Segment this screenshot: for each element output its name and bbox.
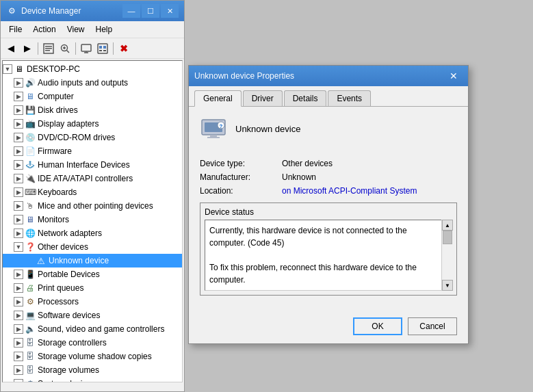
tree-item-monitors[interactable]: ▶ 🖥 Monitors <box>3 213 182 226</box>
location-val: on Microsoft ACPI-Compliant System <box>282 186 417 196</box>
network-toggle[interactable]: ▶ <box>14 228 23 238</box>
status-scrollbar[interactable]: ▲ ▼ <box>441 220 452 291</box>
keyboard-toggle[interactable]: ▶ <box>14 187 23 197</box>
scan-button[interactable] <box>57 41 73 56</box>
firmware-toggle[interactable]: ▶ <box>14 146 23 156</box>
menu-help[interactable]: Help <box>90 23 118 36</box>
tree-item-disk[interactable]: ▶ 💾 Disk drives <box>3 103 182 117</box>
computer-toggle[interactable]: ▶ <box>14 92 23 101</box>
print-icon: 🖨 <box>25 283 36 293</box>
dialog-close-button[interactable]: ✕ <box>445 69 463 83</box>
tree-item-mice[interactable]: ▶ 🖱 Mice and other pointing devices <box>3 199 182 213</box>
maximize-button[interactable]: ☐ <box>142 4 159 18</box>
tree-item-ide[interactable]: ▶ 🔌 IDE ATA/ATAPI controllers <box>3 172 182 185</box>
disk-label: Disk drives <box>38 105 78 115</box>
tree-item-audio[interactable]: ▶ 🔊 Audio inputs and outputs <box>3 76 182 90</box>
cancel-button[interactable]: Cancel <box>408 317 457 335</box>
processors-icon: ⚙ <box>25 296 36 307</box>
firmware-label: Firmware <box>38 146 72 156</box>
tree-item-hid[interactable]: ▶ 🕹 Human Interface Devices <box>3 158 182 172</box>
devices-button[interactable] <box>79 41 94 56</box>
delete-button[interactable]: ✖ <box>116 41 131 56</box>
back-button[interactable]: ◀ <box>3 41 18 56</box>
tree-item-unknown[interactable]: ⚠ Unknown device <box>3 254 182 267</box>
tab-driver[interactable]: Driver <box>243 90 283 106</box>
manufacturer-val: Unknown <box>282 172 316 182</box>
device-status-label: Device status <box>205 207 452 217</box>
resources-button[interactable] <box>95 41 110 56</box>
unknown-warning-icon: ⚠ <box>36 255 47 266</box>
unknown-toggle-spacer <box>25 256 34 265</box>
tab-details[interactable]: Details <box>284 90 327 106</box>
software-toggle[interactable]: ▶ <box>14 311 23 320</box>
storage-shadow-toggle[interactable]: ▶ <box>14 352 23 361</box>
svg-rect-3 <box>45 50 50 51</box>
display-label: Display adapters <box>38 119 99 129</box>
scroll-up-arrow[interactable]: ▲ <box>442 220 453 231</box>
menu-file[interactable]: File <box>3 23 27 36</box>
tree-item-system[interactable]: ▶ ⚙ System devices <box>3 377 182 382</box>
display-toggle[interactable]: ▶ <box>14 119 23 129</box>
print-toggle[interactable]: ▶ <box>14 283 23 293</box>
software-icon: 💻 <box>25 310 36 321</box>
menu-action[interactable]: Action <box>27 23 61 36</box>
sound-toggle[interactable]: ▶ <box>14 324 23 334</box>
tree-item-computer[interactable]: ▶ 🖥 Computer <box>3 90 182 103</box>
storage-ctrl-label: Storage controllers <box>38 338 107 348</box>
disk-toggle[interactable]: ▶ <box>14 105 23 115</box>
tree-item-processors[interactable]: ▶ ⚙ Processors <box>3 295 182 309</box>
tab-events[interactable]: Events <box>328 90 371 106</box>
portable-toggle[interactable]: ▶ <box>14 270 23 279</box>
device-tree[interactable]: ▼ 🖥 DESKTOP-PC ▶ 🔊 Audio inputs and outp… <box>2 60 183 382</box>
storage-ctrl-toggle[interactable]: ▶ <box>14 338 23 348</box>
tree-item-storage-ctrl[interactable]: ▶ 🗄 Storage controllers <box>3 336 182 350</box>
tree-item-keyboard[interactable]: ▶ ⌨ Keyboards <box>3 185 182 199</box>
processors-toggle[interactable]: ▶ <box>14 297 23 306</box>
tree-item-dvd[interactable]: ▶ 💿 DVD/CD-ROM drives <box>3 131 182 144</box>
tree-root-item[interactable]: ▼ 🖥 DESKTOP-PC <box>3 62 182 76</box>
ok-button[interactable]: OK <box>353 317 402 335</box>
tree-item-storage-shadow[interactable]: ▶ 🗄 Storage volume shadow copies <box>3 350 182 363</box>
tree-item-firmware[interactable]: ▶ 📄 Firmware <box>3 144 182 158</box>
hid-toggle[interactable]: ▶ <box>14 160 23 170</box>
ide-toggle[interactable]: ▶ <box>14 174 23 183</box>
menu-bar: File Action View Help <box>1 21 184 38</box>
tree-item-print[interactable]: ▶ 🖨 Print queues <box>3 281 182 295</box>
hid-label: Human Interface Devices <box>38 160 130 170</box>
dvd-label: DVD/CD-ROM drives <box>38 133 115 142</box>
close-button[interactable]: ✕ <box>161 4 179 18</box>
tree-item-storage-vol[interactable]: ▶ 🗄 Storage volumes <box>3 363 182 377</box>
scroll-thumb[interactable] <box>443 231 452 244</box>
tab-general[interactable]: General <box>194 90 242 107</box>
svg-rect-1 <box>45 46 52 47</box>
forward-button[interactable]: ▶ <box>20 41 35 56</box>
svg-text:?: ? <box>220 123 223 129</box>
prop-manufacturer: Manufacturer: Unknown <box>200 172 457 182</box>
properties-button[interactable] <box>41 41 56 56</box>
disk-icon: 💾 <box>25 105 36 116</box>
tree-item-other[interactable]: ▼ ❓ Other devices <box>3 240 182 254</box>
tree-item-software[interactable]: ▶ 💻 Software devices <box>3 309 182 322</box>
svg-line-5 <box>67 50 70 53</box>
tree-item-network[interactable]: ▶ 🌐 Network adapters <box>3 226 182 240</box>
other-toggle[interactable]: ▼ <box>14 242 23 252</box>
monitors-toggle[interactable]: ▶ <box>14 215 23 224</box>
scroll-down-arrow[interactable]: ▼ <box>442 280 453 291</box>
mice-toggle[interactable]: ▶ <box>14 201 23 211</box>
device-type-val: Other devices <box>282 159 333 168</box>
location-key: Location: <box>200 186 282 196</box>
storage-vol-toggle[interactable]: ▶ <box>14 365 23 375</box>
audio-label: Audio inputs and outputs <box>38 78 128 88</box>
mice-icon: 🖱 <box>25 200 36 211</box>
audio-toggle[interactable]: ▶ <box>14 78 23 88</box>
tree-item-display[interactable]: ▶ 📺 Display adapters <box>3 117 182 131</box>
system-toggle[interactable]: ▶ <box>14 379 23 382</box>
device-status-group: Device status Currently, this hardware d… <box>200 202 457 296</box>
tree-item-portable[interactable]: ▶ 📱 Portable Devices <box>3 267 182 281</box>
minimize-button[interactable]: — <box>122 4 140 18</box>
tree-item-sound[interactable]: ▶ 🔈 Sound, video and game controllers <box>3 322 182 336</box>
menu-view[interactable]: View <box>62 23 90 36</box>
dvd-toggle[interactable]: ▶ <box>14 133 23 142</box>
monitors-label: Monitors <box>38 215 69 224</box>
root-toggle[interactable]: ▼ <box>3 64 12 74</box>
